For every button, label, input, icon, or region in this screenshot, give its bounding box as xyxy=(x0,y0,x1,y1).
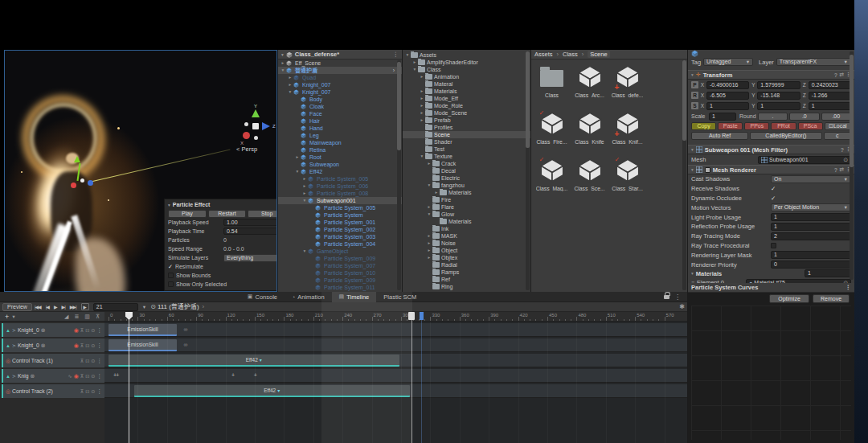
hierarchy-item[interactable]: ▸Particle System_008 xyxy=(278,190,402,197)
hierarchy-item[interactable]: Particle System_009 xyxy=(278,277,402,284)
hierarchy-item[interactable]: Particle System_001 xyxy=(278,219,402,226)
hierarchy-item[interactable]: ▸Root xyxy=(278,154,402,161)
foldout-arrow-icon[interactable]: ▸ xyxy=(419,95,425,102)
project-folder-row[interactable]: ▾Assets xyxy=(403,51,530,59)
project-folder-row[interactable]: ▸Animation xyxy=(403,73,530,80)
hierarchy-item[interactable]: Body xyxy=(278,96,402,103)
record-button[interactable]: ◉ xyxy=(74,327,79,334)
hierarchy-item[interactable]: Particle System_004 xyxy=(278,240,402,248)
remove-binding-icon[interactable]: ⊗ xyxy=(41,327,46,334)
hierarchy-item[interactable]: Particle System_010 xyxy=(278,269,402,277)
project-folder-row[interactable]: ▸Materials xyxy=(403,189,530,196)
keyframe-marker[interactable]: + xyxy=(231,372,234,378)
mesh-renderer-header[interactable]: ▾ Mesh Renderer ?⇄⋮ xyxy=(688,165,854,174)
gizmo-y-cone-icon[interactable] xyxy=(252,109,260,117)
simulate-layers-dropdown[interactable]: Everything▼ xyxy=(223,254,277,262)
more-options-icon[interactable]: ⋮ xyxy=(96,358,102,364)
foldout-arrow-icon[interactable]: ▸ xyxy=(426,254,432,261)
project-folder-row[interactable]: Scene xyxy=(403,131,530,138)
previous-frame-button[interactable]: |◀ xyxy=(46,304,49,310)
foldout-arrow-icon[interactable]: ▸ xyxy=(426,247,432,254)
add-track-button[interactable]: + xyxy=(5,314,9,320)
foldout-arrow-icon[interactable]: ▾ xyxy=(168,203,170,207)
foldout-arrow-icon[interactable]: ▾ xyxy=(294,168,301,175)
hierarchy-item[interactable]: Mainweapon xyxy=(278,139,402,146)
track-lane[interactable] xyxy=(104,369,687,383)
hierarchy-item[interactable]: ▸Eff_Scene xyxy=(278,59,402,67)
breadcrumb-class[interactable]: Class xyxy=(563,51,578,58)
hierarchy-item[interactable]: Leg xyxy=(278,132,402,139)
project-folder-row[interactable]: Ring xyxy=(403,283,530,290)
hierarchy-item[interactable]: Particle System_007 xyxy=(278,262,402,269)
property-field[interactable]: 0 xyxy=(771,260,851,269)
curve-editor-grid[interactable] xyxy=(691,306,851,440)
hierarchy-item[interactable]: ▾Subweapon001 xyxy=(278,197,402,204)
project-folder-row[interactable]: Test xyxy=(403,146,530,153)
foldout-arrow-icon[interactable]: ▸ xyxy=(426,232,432,240)
foldout-arrow-icon[interactable]: ▸ xyxy=(426,240,432,247)
foldout-arrow-icon[interactable]: ▾ xyxy=(426,182,432,189)
object-picker-icon[interactable]: ⊙ xyxy=(843,157,848,163)
foldout-arrow-icon[interactable]: ▸ xyxy=(419,88,425,95)
transform-p-x-field[interactable]: -0.4900016 xyxy=(706,81,749,89)
transform-r-y-field[interactable]: -15.148 xyxy=(757,92,800,100)
lock-icon[interactable]: ⊡ xyxy=(85,373,89,379)
foldout-arrow-icon[interactable]: ▾ xyxy=(301,248,308,255)
foldout-arrow-icon[interactable]: ▾ xyxy=(691,72,694,77)
round-dot-button[interactable]: . xyxy=(758,113,788,121)
gizmo-minor-axis-dot[interactable] xyxy=(254,136,258,140)
go-to-start-button[interactable]: |◀◀ xyxy=(35,304,41,310)
stop-button[interactable]: Stop xyxy=(248,210,277,218)
project-folder-row[interactable]: ▾Glow xyxy=(403,211,530,218)
c-button[interactable]: c xyxy=(824,132,851,140)
edit-mode-icon[interactable]: ▥ xyxy=(84,314,90,320)
asset-item[interactable]: Class_Knife xyxy=(571,111,608,156)
prot-button[interactable]: PRot xyxy=(771,122,796,130)
transform-s-x-field[interactable]: 1 xyxy=(706,102,749,110)
move-gizmo-center[interactable] xyxy=(80,178,84,183)
project-folder-row[interactable]: Ramps xyxy=(403,269,530,276)
scale-field[interactable]: 1 xyxy=(709,113,736,121)
property-checkbox[interactable]: ✓ xyxy=(771,185,776,192)
component-enabled-checkbox[interactable] xyxy=(705,167,710,173)
property-field[interactable]: 1 xyxy=(771,251,851,259)
project-folder-row[interactable]: ▸Mode_Scene xyxy=(403,109,530,117)
asset-item[interactable]: +Class_defe... xyxy=(609,64,645,109)
timeline-end-marker[interactable] xyxy=(408,312,415,320)
asset-item[interactable]: Class xyxy=(534,64,570,109)
property-dropdown[interactable]: Per Object Motion▼ xyxy=(771,203,851,211)
mesh-filter-header[interactable]: ▾ Subweapon 001 (Mesh Filter) ?⋮ xyxy=(688,145,854,154)
playback-time-field[interactable]: 0.54 xyxy=(223,228,277,235)
preset-icon[interactable]: ⇄ xyxy=(839,166,844,173)
project-folder-row[interactable]: ▸MASK xyxy=(403,232,530,240)
tag-dropdown[interactable]: Untagged▼ xyxy=(703,58,753,66)
pin-icon[interactable]: ⊼ xyxy=(80,373,84,379)
copy-button[interactable]: Copy xyxy=(691,122,716,130)
psca-button[interactable]: PSca xyxy=(798,122,823,130)
blue-marker[interactable] xyxy=(420,312,424,320)
pin-icon[interactable]: ⊼ xyxy=(80,388,84,394)
hierarchy-item[interactable]: Particle System_009 xyxy=(278,255,402,262)
persp-label[interactable]: < Persp xyxy=(236,146,257,153)
project-folder-row[interactable]: Materials xyxy=(403,218,530,225)
project-folder-row[interactable]: ▸Materials xyxy=(403,88,530,95)
move-gizmo-x-handle[interactable] xyxy=(71,183,76,188)
project-folder-row[interactable]: ▸Crack xyxy=(403,160,530,167)
chevron-down-icon[interactable]: ▼ xyxy=(142,305,146,310)
property-checkbox[interactable]: ✓ xyxy=(771,195,776,202)
hierarchy-item[interactable]: Hand xyxy=(278,125,402,132)
transform-component-header[interactable]: ▾ ✛ Transform ?⇄⋮ xyxy=(688,70,854,80)
foldout-arrow-icon[interactable]: ▸ xyxy=(287,74,293,81)
project-folder-row[interactable]: ▸AmplifyShaderEditor xyxy=(403,59,530,66)
tab-console[interactable]: ▣Console xyxy=(240,292,285,302)
breadcrumb-scene[interactable]: Scene xyxy=(588,51,609,58)
current-frame-field[interactable]: 21 xyxy=(93,303,138,311)
timeline-clip[interactable]: Eff42▾ xyxy=(108,355,399,367)
foldout-arrow-icon[interactable]: ▸ xyxy=(426,160,432,167)
prefab-arrow-icon[interactable]: › xyxy=(393,67,395,74)
project-folder-row[interactable]: Ref xyxy=(403,276,530,283)
round-hundredth-button[interactable]: .00 xyxy=(821,113,851,121)
property-field[interactable]: 2 xyxy=(771,232,851,240)
gizmo-x-sphere-icon[interactable] xyxy=(243,132,250,139)
paste-button[interactable]: Paste xyxy=(718,122,743,130)
